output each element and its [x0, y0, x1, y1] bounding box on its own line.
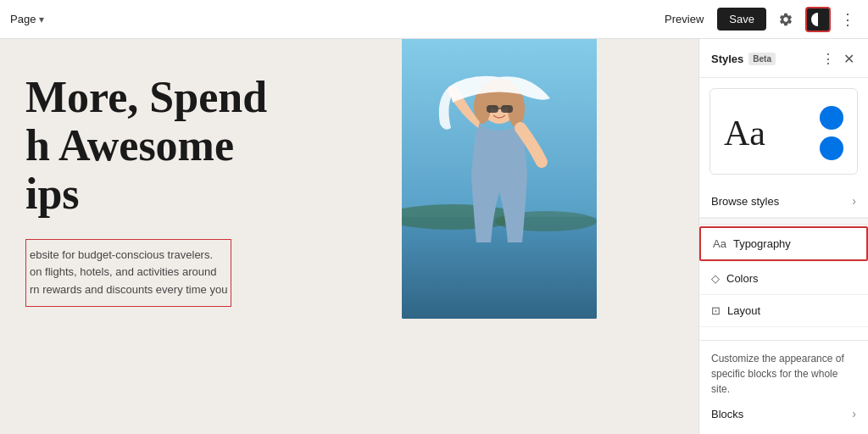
style-preview-box: Aa — [709, 88, 858, 175]
gear-svg — [778, 12, 793, 27]
topbar-right: Preview Save ⋮ — [658, 7, 858, 32]
dot-blue-small — [820, 136, 843, 160]
panel-more-button[interactable]: ⋮ — [820, 49, 837, 69]
svg-rect-1 — [402, 217, 597, 319]
canvas-image — [402, 39, 597, 319]
browse-styles-chevron: › — [852, 194, 856, 208]
browse-styles-row[interactable]: Browse styles › — [699, 185, 868, 218]
svg-rect-8 — [487, 105, 498, 113]
beta-badge: Beta — [748, 53, 776, 65]
body-line3: rn rewards and discounts every time you — [30, 281, 227, 299]
typography-label: Typography — [733, 237, 791, 250]
panel-header-right: ⋮ ✕ — [820, 49, 856, 69]
colors-row-content: ◇ Colors — [711, 272, 759, 285]
more-options-icon[interactable]: ⋮ — [837, 9, 858, 30]
browse-styles-label: Browse styles — [711, 195, 779, 208]
panel-header-left: Styles Beta — [711, 53, 776, 65]
colors-row[interactable]: ◇ Colors — [699, 263, 868, 295]
colors-icon: ◇ — [711, 272, 720, 285]
page-dropdown-icon[interactable]: ▾ — [39, 14, 44, 25]
topbar-left: Page ▾ — [10, 13, 44, 25]
main-area: More, Spend h Awesome ips ebsite for bud… — [0, 39, 868, 434]
canvas-text-box: ebsite for budget-conscious travelers. o… — [25, 239, 231, 307]
blocks-chevron: › — [852, 407, 856, 420]
layout-icon: ⊡ — [711, 304, 721, 317]
dot-blue-large — [820, 106, 843, 130]
body-line1: ebsite for budget-conscious travelers. — [30, 247, 227, 264]
settings-icon[interactable] — [773, 7, 798, 32]
preview-aa-text: Aa — [724, 113, 765, 153]
topbar: Page ▾ Preview Save ⋮ — [0, 0, 868, 39]
svg-rect-9 — [501, 105, 513, 113]
typography-row[interactable]: Aa Typography — [699, 226, 868, 261]
woman-illustration — [402, 39, 597, 319]
panel-header: Styles Beta ⋮ ✕ — [699, 39, 868, 78]
style-preview-dots — [820, 106, 843, 160]
styles-toggle-button[interactable] — [805, 7, 831, 32]
half-circle-icon — [811, 13, 825, 26]
layout-row-content: ⊡ Layout — [711, 304, 760, 317]
image-placeholder — [402, 39, 597, 319]
save-button[interactable]: Save — [717, 8, 766, 31]
blocks-label: Blocks — [711, 408, 743, 420]
blocks-row[interactable]: Blocks › — [711, 403, 856, 424]
typography-row-content: Aa Typography — [713, 237, 791, 250]
colors-label: Colors — [726, 272, 759, 285]
preview-button[interactable]: Preview — [658, 9, 710, 29]
layout-row[interactable]: ⊡ Layout — [699, 295, 868, 327]
blocks-description: Customize the appearance of specific blo… — [711, 351, 856, 397]
layout-label: Layout — [727, 304, 760, 317]
panel-divider-1 — [699, 218, 868, 225]
panel-close-button[interactable]: ✕ — [842, 49, 856, 69]
page-label: Page — [10, 13, 36, 25]
typography-icon: Aa — [713, 237, 726, 250]
panel-title: Styles — [711, 53, 743, 65]
styles-panel: Styles Beta ⋮ ✕ Aa Browse styles › A — [698, 39, 868, 434]
blocks-section: Customize the appearance of specific blo… — [699, 340, 868, 434]
canvas: More, Spend h Awesome ips ebsite for bud… — [0, 39, 698, 434]
body-line2: on flights, hotels, and activities aroun… — [30, 264, 227, 281]
